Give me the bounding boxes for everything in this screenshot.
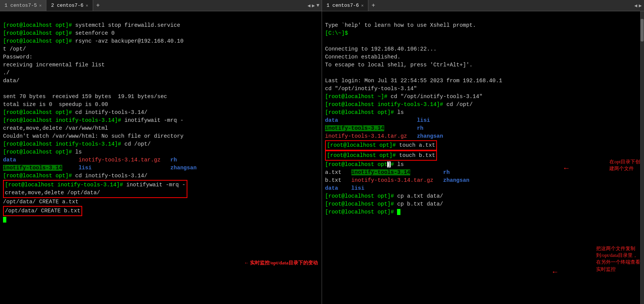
tab-right-centos7-6-label: 1 centos7-6: [327, 3, 359, 8]
right-ls2-row1: a.txt inotify-tools-3.14 rh: [325, 169, 450, 175]
tab-bar-right: 1 centos7-6 ✕ + ◀ ▶: [322, 0, 644, 11]
tab-centos7-6-label: 2 centos7-6: [51, 3, 83, 8]
annotation-copy-files: 把这两个文件复制到/opt/data目录里，在另外一个终端查看实时监控: [596, 245, 640, 273]
left-ls-row1: data inotify-tools-3.14.tar.gz rh: [3, 157, 177, 163]
right-touch2: [root@localhost opt]# touch b.txt: [325, 150, 437, 161]
right-line-ls1: [root@localhost opt]# ls: [325, 109, 404, 115]
left-line-2: [root@localhost opt]# setenforce 0: [3, 30, 115, 36]
tab-centos7-5-label: 1 centos7-5: [5, 3, 37, 8]
left-line-16: [root@localhost inotify-tools-3.14]# cd …: [3, 141, 151, 147]
left-line-8: data/: [3, 78, 20, 84]
right-ls2-row2: b.txt inotify-tools-3.14.tar.gz zhangsan: [325, 177, 469, 183]
right-cp2: [root@localhost opt]# cp b.txt data/: [325, 201, 443, 207]
right-pane: Type `help' to learn how to use Xshell p…: [322, 11, 644, 304]
tab-centos7-6-close[interactable]: ✕: [86, 3, 88, 8]
right-ls2-cmd: [root@localhost opt]# ls: [325, 161, 404, 167]
left-line-1: [root@localhost opt]# systemctl stop fir…: [3, 22, 180, 28]
tab-bar: 1 centos7-5 ✕ 2 centos7-6 ✕ + ◀ ▶ ▼ 1 ce…: [0, 0, 644, 11]
tab-centos7-5-close[interactable]: ✕: [39, 3, 42, 8]
right-ls1-row1: data lisi: [325, 117, 430, 123]
left-output-2: /opt/data/ CREATE b.txt: [3, 206, 82, 216]
left-line-12: [root@localhost opt]# cd inotify-tools-3…: [3, 109, 147, 115]
tab-nav-right: ◀ ▶: [632, 0, 644, 11]
right-touch1: [root@localhost opt]# touch a.txt: [325, 140, 437, 150]
tab-add-left[interactable]: +: [93, 0, 103, 11]
tab-centos7-6[interactable]: 2 centos7-6 ✕: [46, 0, 93, 11]
right-line-conn1: Connecting to 192.168.40.106:22...: [325, 46, 437, 52]
right-final: [root@localhost opt]#: [325, 209, 400, 215]
left-line-5: Password:: [3, 54, 32, 60]
left-line-17: [root@localhost opt]# ls: [3, 149, 82, 155]
left-output-1: /opt/data/ CREATE a.txt: [3, 199, 78, 205]
annotation-realtime: ← 实时监控/opt/data目录下的变动: [244, 259, 318, 266]
tab-nav-left: ◀ ▶ ▼: [305, 0, 322, 11]
tab-nav-right-next[interactable]: ▶: [639, 3, 642, 9]
right-line-cd1: cd "/opt/inotify-tools-3.14": [325, 86, 417, 92]
tab-bar-left: 1 centos7-5 ✕ 2 centos7-6 ✕ + ◀ ▶ ▼: [0, 0, 322, 11]
tab-nav-left-next[interactable]: ▶: [312, 3, 315, 9]
tab-nav-right-prev[interactable]: ◀: [634, 3, 637, 9]
right-cp1: [root@localhost opt]# cp a.txt data/: [325, 193, 443, 199]
left-ls-row2: inotify-tools-3.14 lisi zhangsan: [3, 165, 196, 171]
left-line-11: total size is 0 speedup is 0.00: [3, 101, 108, 107]
right-line-cd3: [root@localhost inotify-tools-3.14]# cd …: [325, 101, 473, 107]
right-ls1-row2: inotify-tools-3.14 rh: [325, 125, 423, 131]
right-scrollbar-thumb: [641, 19, 644, 41]
tab-add-right[interactable]: +: [368, 0, 378, 11]
left-line-6: receiving incremental file list: [3, 62, 105, 68]
right-line-cd2: [root@localhost ~]# cd "/opt/inotify-too…: [325, 94, 483, 100]
tab-nav-left-dropdown[interactable]: ▼: [316, 3, 319, 8]
left-line-10: sent 70 bytes received 159 bytes 19.91 b…: [3, 94, 167, 100]
left-line-14: create,move,delete /var/www/html: [3, 125, 108, 131]
left-line-7: ./: [3, 70, 9, 76]
tab-right-centos7-6[interactable]: 1 centos7-6 ✕: [322, 0, 368, 11]
right-line-conn2: Connection established.: [325, 54, 400, 60]
left-line-4: t /opt/: [3, 46, 26, 52]
right-terminal-content[interactable]: Type `help' to learn how to use Xshell p…: [322, 11, 644, 304]
right-line-intro1: Type `help' to learn how to use Xshell p…: [325, 22, 476, 28]
left-line-15: Couldn't watch /var/www/html: No such fi…: [3, 133, 184, 139]
right-line-login: Last login: Mon Jul 31 22:54:55 2023 fro…: [325, 78, 502, 84]
right-ls2-row3: data lisi: [325, 185, 364, 191]
annotation-arrow-create: ←: [564, 164, 569, 173]
left-cd-cmd: [root@localhost opt]# cd inotify-tools-3…: [3, 173, 147, 179]
right-line-prompt: [C:\~]$: [325, 30, 348, 36]
main-area: [root@localhost opt]# systemctl stop fir…: [0, 11, 644, 304]
left-cursor-line: █: [3, 217, 6, 223]
left-pane: [root@localhost opt]# systemctl stop fir…: [0, 11, 322, 304]
left-line-13: [root@localhost inotify-tools-3.14]# ino…: [3, 117, 184, 123]
tab-centos7-5[interactable]: 1 centos7-5 ✕: [0, 0, 46, 11]
tab-nav-left-prev[interactable]: ◀: [308, 3, 311, 9]
right-line-conn3: To escape to local shell, press 'Ctrl+Al…: [325, 62, 473, 68]
annotation-arrow-copy: ←: [553, 268, 557, 276]
right-ls1-row3: inotify-tools-3.14.tar.gz zhangsan: [325, 133, 443, 139]
tab-right-centos7-6-close[interactable]: ✕: [361, 3, 364, 8]
annotation-create-files: 在opt目录下创建两个文件: [609, 158, 640, 172]
right-scrollbar[interactable]: [640, 11, 644, 304]
left-line-3: [root@localhost opt]# rsync -avz backupe…: [3, 38, 184, 44]
left-boxed-cmd: [root@localhost inotify-tools-3.14]# ino…: [3, 180, 187, 198]
